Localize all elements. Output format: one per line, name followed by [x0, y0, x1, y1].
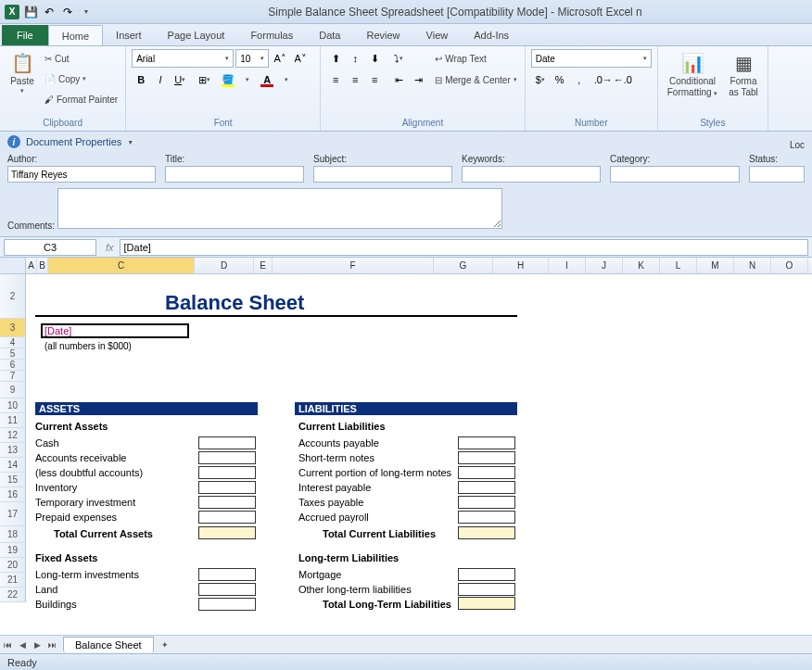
row-10[interactable]: 10	[0, 398, 25, 413]
value-cell[interactable]	[458, 568, 515, 581]
total-current-liabilities-value[interactable]	[458, 526, 515, 539]
value-cell[interactable]	[458, 511, 515, 524]
tab-next-icon[interactable]: ▶	[30, 638, 44, 652]
keywords-input[interactable]	[462, 166, 601, 183]
row-20[interactable]: 20	[0, 558, 25, 573]
qat-customize-icon[interactable]: ▼	[78, 4, 95, 20]
value-cell[interactable]	[198, 451, 256, 464]
value-cell[interactable]	[458, 451, 515, 464]
conditional-formatting-button[interactable]: 📊 Conditional Formatting ▾	[664, 49, 722, 114]
font-color-button[interactable]: A	[258, 70, 276, 89]
view-tab[interactable]: View	[413, 25, 462, 45]
percent-button[interactable]: %	[551, 70, 569, 89]
row-13[interactable]: 13	[0, 443, 25, 458]
value-cell[interactable]	[198, 496, 256, 509]
border-button[interactable]: ⊞▾	[195, 70, 213, 89]
row-19[interactable]: 19	[0, 543, 25, 558]
category-input[interactable]	[610, 166, 740, 183]
col-f[interactable]: F	[273, 258, 434, 273]
orientation-icon[interactable]: ⤵▾	[389, 49, 408, 68]
total-long-term-liabilities-value[interactable]	[458, 597, 515, 610]
paste-button[interactable]: 📋 Paste ▾	[6, 49, 39, 114]
col-n[interactable]: N	[734, 258, 771, 273]
formula-input[interactable]: [Date]	[120, 239, 808, 256]
status-input[interactable]	[749, 166, 805, 183]
value-cell[interactable]	[458, 436, 515, 449]
row-14[interactable]: 14	[0, 458, 25, 473]
row-7[interactable]: 7	[0, 371, 25, 382]
row-21[interactable]: 21	[0, 573, 25, 588]
comments-textarea[interactable]	[57, 188, 502, 229]
col-j[interactable]: J	[586, 258, 623, 273]
value-cell[interactable]	[458, 583, 515, 596]
merge-center-button[interactable]: ⊟Merge & Center▾	[433, 70, 519, 89]
row-15[interactable]: 15	[0, 473, 25, 487]
col-a[interactable]: A	[26, 258, 37, 273]
comma-button[interactable]: ,	[570, 70, 589, 89]
sheet-tab-balance[interactable]: Balance Sheet	[63, 637, 154, 652]
excel-app-icon[interactable]: X	[4, 4, 20, 20]
data-tab[interactable]: Data	[306, 25, 353, 45]
value-cell[interactable]	[458, 481, 515, 494]
value-cell[interactable]	[458, 466, 515, 479]
value-cell[interactable]	[198, 511, 256, 524]
tab-prev-icon[interactable]: ◀	[15, 638, 30, 652]
col-e[interactable]: E	[254, 258, 273, 273]
redo-icon[interactable]: ↷	[59, 4, 76, 20]
value-cell[interactable]	[198, 481, 256, 494]
row-16[interactable]: 16	[0, 487, 25, 502]
undo-icon[interactable]: ↶	[41, 4, 57, 20]
total-current-assets-value[interactable]	[198, 526, 256, 539]
col-i[interactable]: I	[549, 258, 586, 273]
wrap-text-button[interactable]: ↩Wrap Text	[433, 49, 519, 68]
selected-cell[interactable]: [Date]	[41, 323, 189, 338]
font-name-select[interactable]: Arial▾	[132, 49, 234, 68]
author-input[interactable]	[7, 166, 156, 183]
value-cell[interactable]	[198, 436, 256, 449]
row-4[interactable]: 4	[0, 337, 25, 348]
bold-button[interactable]: B	[132, 70, 150, 89]
title-input[interactable]	[165, 166, 304, 183]
cut-button[interactable]: ✂Cut	[43, 49, 120, 68]
row-6[interactable]: 6	[0, 360, 25, 371]
col-g[interactable]: G	[434, 258, 493, 273]
subject-input[interactable]	[313, 166, 452, 183]
file-tab[interactable]: File	[2, 25, 48, 45]
page-layout-tab[interactable]: Page Layout	[155, 25, 238, 45]
format-painter-button[interactable]: 🖌Format Painter	[43, 90, 120, 108]
decrease-decimal-icon[interactable]: ←.0	[614, 70, 632, 89]
row-3[interactable]: 3	[0, 319, 25, 337]
fill-color-dropdown[interactable]: ▾	[238, 70, 257, 89]
row-12[interactable]: 12	[0, 428, 25, 443]
insert-tab[interactable]: Insert	[103, 25, 155, 45]
formulas-tab[interactable]: Formulas	[237, 25, 306, 45]
align-top-icon[interactable]: ⬆	[326, 49, 345, 68]
col-b[interactable]: B	[37, 258, 48, 273]
name-box[interactable]: C3	[4, 239, 96, 256]
addins-tab[interactable]: Add-Ins	[461, 25, 522, 45]
col-c[interactable]: C	[48, 258, 195, 273]
fx-icon[interactable]: fx	[100, 242, 120, 253]
decrease-font-icon[interactable]: A˅	[291, 49, 310, 68]
align-left-icon[interactable]: ≡	[326, 70, 345, 89]
col-k[interactable]: K	[623, 258, 660, 273]
copy-button[interactable]: 📄Copy▾	[43, 70, 120, 88]
row-18[interactable]: 18	[0, 526, 25, 543]
select-all-corner[interactable]	[0, 258, 26, 273]
align-middle-icon[interactable]: ↕	[346, 49, 364, 68]
new-sheet-icon[interactable]: ✦	[158, 638, 172, 652]
value-cell[interactable]	[198, 568, 256, 581]
row-5[interactable]: 5	[0, 348, 25, 360]
document-properties-header[interactable]: i Document Properties ▼	[7, 135, 133, 148]
fill-color-button[interactable]: 🪣	[219, 70, 237, 89]
value-cell[interactable]	[198, 598, 256, 611]
increase-decimal-icon[interactable]: .0→	[594, 70, 613, 89]
align-center-icon[interactable]: ≡	[346, 70, 364, 89]
row-22[interactable]: 22	[0, 588, 25, 602]
row-17[interactable]: 17	[0, 502, 25, 526]
col-o[interactable]: O	[771, 258, 808, 273]
format-as-table-button[interactable]: ▦ Forma as Tabl	[725, 49, 762, 114]
align-right-icon[interactable]: ≡	[365, 70, 384, 89]
tab-first-icon[interactable]: ⏮	[0, 638, 15, 652]
row-9[interactable]: 9	[0, 382, 25, 398]
